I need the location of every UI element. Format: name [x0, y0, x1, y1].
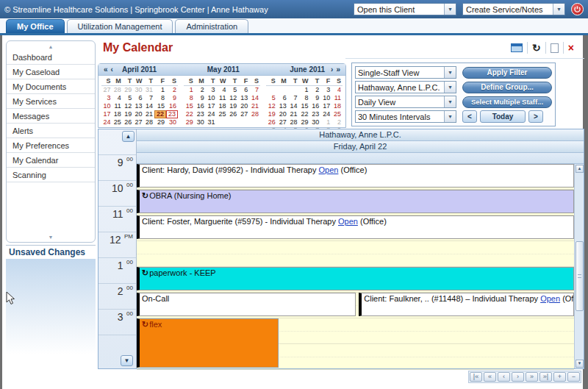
- tab-administration[interactable]: Administration: [175, 19, 248, 33]
- mini-day-cell[interactable]: 17: [206, 102, 217, 110]
- mini-day-cell[interactable]: 1: [299, 86, 310, 94]
- prev-day-button[interactable]: <: [462, 110, 477, 123]
- unsaved-changes-header[interactable]: Unsaved Changes: [6, 245, 96, 259]
- mini-day-cell[interactable]: 1: [320, 118, 331, 126]
- mini-day-cell[interactable]: 8: [184, 94, 195, 102]
- appointment[interactable]: ↻paperwork - KEEP: [137, 267, 574, 290]
- mini-day-cell[interactable]: 27: [277, 118, 288, 126]
- mini-day-cell[interactable]: 12: [227, 94, 238, 102]
- all-day-row[interactable]: [137, 153, 584, 164]
- mini-day-cell[interactable]: 15: [184, 102, 195, 110]
- mini-day-cell[interactable]: 11: [331, 94, 343, 102]
- mini-day-cell[interactable]: 24: [320, 110, 331, 118]
- mini-day-cell[interactable]: 3: [206, 86, 217, 94]
- zoom-out-button[interactable]: −: [567, 372, 580, 382]
- fast-back-button[interactable]: «: [484, 372, 496, 382]
- mini-day-cell[interactable]: 2: [195, 86, 206, 94]
- sidebar-scroll-down-icon[interactable]: ▼: [7, 234, 95, 240]
- mini-day-cell[interactable]: 25: [331, 110, 343, 118]
- mini-day-cell[interactable]: 29: [154, 118, 166, 126]
- scrollbar-down-icon[interactable]: ▼: [576, 360, 584, 368]
- zoom-in-button[interactable]: +: [553, 372, 566, 382]
- mini-day-cell[interactable]: 16: [195, 102, 206, 110]
- popup-window-icon[interactable]: [511, 43, 523, 52]
- mini-day-cell[interactable]: 22: [299, 110, 310, 118]
- vertical-scrollbar[interactable]: ▲ ▼: [574, 164, 584, 368]
- mini-day-cell[interactable]: 23: [166, 110, 178, 118]
- mini-day-cell[interactable]: 25: [217, 110, 228, 118]
- appointment[interactable]: Client: Foster, Marguerite (#5975) - Ind…: [137, 215, 574, 239]
- mini-day-cell[interactable]: 10: [206, 94, 217, 102]
- mini-day-cell[interactable]: 29: [184, 118, 195, 126]
- sidebar-item-my-services[interactable]: My Services: [7, 94, 95, 109]
- mini-day-cell[interactable]: 6: [238, 86, 249, 94]
- mini-day-cell[interactable]: 20: [238, 102, 249, 110]
- mini-month[interactable]: SMTWTFS272829303112345678910111213141516…: [101, 77, 178, 135]
- mini-day-cell[interactable]: 22: [154, 110, 166, 118]
- mini-day-cell[interactable]: 15: [299, 102, 310, 110]
- mini-day-cell[interactable]: 21: [249, 102, 260, 110]
- mini-day-cell[interactable]: 7: [144, 94, 154, 102]
- mini-day-cell[interactable]: 10: [101, 102, 112, 110]
- mini-day-cell[interactable]: 30: [309, 118, 320, 126]
- mini-day-cell[interactable]: 2: [166, 86, 178, 94]
- mini-day-cell[interactable]: 16: [166, 102, 178, 110]
- fast-next-month-icon[interactable]: »: [334, 65, 342, 74]
- mini-day-cell[interactable]: 30: [166, 118, 178, 126]
- mini-day-cell[interactable]: 29: [123, 86, 133, 94]
- scrollbar-thumb[interactable]: [576, 241, 584, 311]
- open-client-dropdown[interactable]: Open this Client ▼: [354, 3, 456, 15]
- mini-day-cell[interactable]: 29: [299, 118, 310, 126]
- mini-day-cell[interactable]: 18: [112, 110, 122, 118]
- chevron-down-icon[interactable]: ▼: [444, 67, 456, 78]
- mini-day-cell[interactable]: 24: [101, 118, 112, 126]
- mini-day-cell[interactable]: 2: [331, 118, 343, 126]
- mini-day-cell[interactable]: 13: [238, 94, 249, 102]
- chevron-down-icon[interactable]: ▼: [444, 96, 456, 107]
- mini-day-cell[interactable]: 30: [133, 86, 143, 94]
- last-page-button[interactable]: »|: [539, 372, 552, 382]
- scrollbar-up-icon[interactable]: ▲: [576, 165, 584, 173]
- apply-filter-button[interactable]: Apply Filter: [462, 67, 552, 79]
- mini-day-cell[interactable]: 27: [101, 86, 112, 94]
- mini-day-cell[interactable]: 30: [195, 118, 206, 126]
- appointment[interactable]: Client: Hardy, David (#9962) - Individua…: [137, 164, 574, 188]
- chevron-down-icon[interactable]: ▼: [553, 4, 564, 15]
- fast-prev-month-icon[interactable]: «: [102, 65, 110, 74]
- mini-day-cell[interactable]: 24: [206, 110, 217, 118]
- tab-utilization-management[interactable]: Utilization Management: [67, 19, 173, 33]
- mini-day-cell[interactable]: 1: [154, 86, 166, 94]
- open-link[interactable]: Open: [319, 165, 339, 174]
- mini-day-cell[interactable]: 20: [133, 110, 143, 118]
- mini-day-cell[interactable]: 15: [154, 102, 166, 110]
- mini-day-cell[interactable]: 3: [320, 86, 331, 94]
- mini-day-cell[interactable]: 26: [227, 110, 238, 118]
- close-icon[interactable]: ×: [568, 43, 574, 53]
- mini-day-cell[interactable]: 23: [309, 110, 320, 118]
- mini-day-cell[interactable]: 13: [133, 102, 143, 110]
- mini-day-cell[interactable]: 7: [249, 86, 260, 94]
- mini-day-cell[interactable]: 13: [277, 102, 288, 110]
- mini-day-cell[interactable]: 14: [288, 102, 299, 110]
- mini-day-cell[interactable]: 31: [206, 118, 217, 126]
- mini-day-cell[interactable]: 6: [277, 94, 288, 102]
- open-link[interactable]: Open: [540, 294, 560, 303]
- appointment[interactable]: ↻flex: [137, 318, 279, 368]
- mini-day-cell[interactable]: 4: [112, 94, 122, 102]
- next-day-button[interactable]: >: [528, 110, 543, 123]
- chevron-down-icon[interactable]: ▼: [444, 111, 456, 122]
- refresh-icon[interactable]: ↻: [532, 43, 541, 53]
- mini-day-cell[interactable]: 19: [266, 110, 277, 118]
- mini-month[interactable]: SMTWTFS123456789101112131415161718192021…: [184, 77, 260, 135]
- mini-month[interactable]: SMTWTFS123456789101112131415161718192021…: [266, 77, 343, 135]
- next-month-icon[interactable]: ›: [329, 65, 334, 74]
- sidebar-item-scanning[interactable]: Scanning: [7, 168, 95, 182]
- mini-day-cell[interactable]: 19: [123, 110, 133, 118]
- mini-day-cell[interactable]: 12: [123, 102, 133, 110]
- mini-day-cell[interactable]: 23: [195, 110, 206, 118]
- sidebar-item-my-caseload[interactable]: My Caseload: [7, 65, 95, 79]
- sidebar-item-my-documents[interactable]: My Documents: [7, 79, 95, 94]
- mini-day-cell[interactable]: 28: [144, 118, 154, 126]
- mini-day-cell[interactable]: 1: [184, 86, 195, 94]
- mini-day-cell[interactable]: 5: [227, 86, 238, 94]
